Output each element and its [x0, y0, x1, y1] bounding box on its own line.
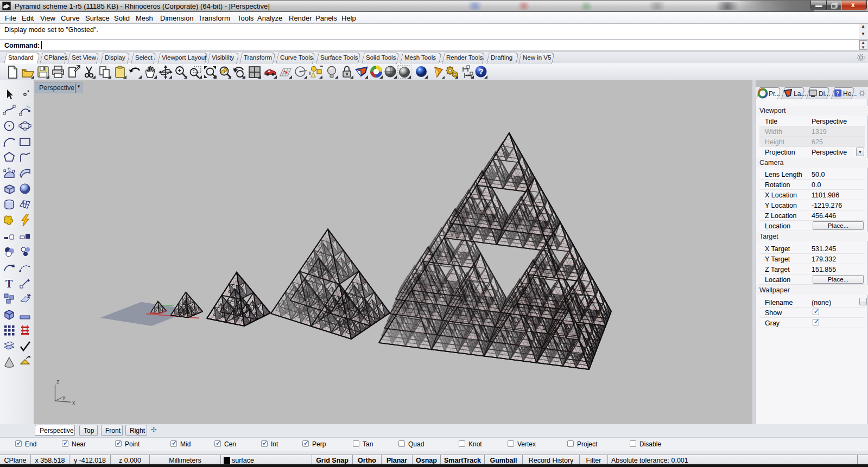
svg-text:He...: He... — [843, 90, 857, 98]
svg-text:Pr...: Pr... — [769, 90, 780, 98]
svg-text:?: ? — [836, 91, 839, 97]
svg-text:?: ? — [479, 67, 484, 76]
svg-text:T: T — [5, 278, 13, 290]
svg-text:y: y — [62, 394, 66, 400]
svg-text:x: x — [72, 399, 75, 406]
svg-text:Di...: Di... — [819, 90, 830, 98]
svg-text:z: z — [56, 378, 60, 385]
svg-text:La...: La... — [794, 90, 806, 98]
